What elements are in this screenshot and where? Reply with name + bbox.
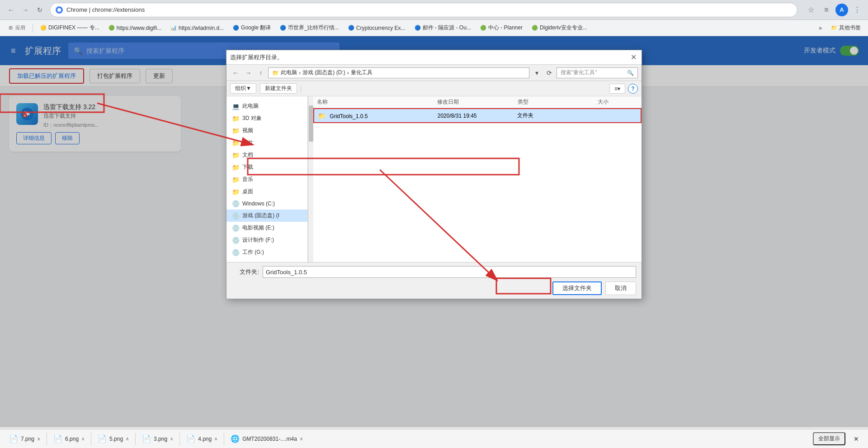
forward-button[interactable]: → xyxy=(19,4,32,16)
bookmark-outlook[interactable]: 🔵 邮件 - 隔应源 - Ou... xyxy=(411,23,475,33)
bookmark-coin-world[interactable]: 🔵 币世界_比特币行情... xyxy=(276,23,343,33)
bookmarks-bar: ⊞ 应用 🟡 DIGIFINEX —— 专... 🟢 https://www.d… xyxy=(0,20,868,36)
taskbar-file-icon-6: 🌐 xyxy=(231,434,240,443)
sidebar-item-3d[interactable]: 📁 3D 对象 xyxy=(226,112,307,124)
bookmark-label-4: Google 翻译 xyxy=(241,24,271,32)
bookmark-planner[interactable]: 🟢 中心 - Planner xyxy=(476,23,526,33)
bookmark-button[interactable]: ☆ xyxy=(805,4,817,16)
back-button[interactable]: ← xyxy=(5,4,17,16)
dialog-titlebar: 选择扩展程序目录。 ✕ xyxy=(226,50,642,65)
sidebar-item-design-f[interactable]: 💿 设计制作 (F:) xyxy=(226,234,307,246)
sidebar-item-downloads[interactable]: 📁 下载 xyxy=(226,161,307,173)
dialog-main: 💻 此电脑 📁 3D 对象 📁 视频 📁 图片 xyxy=(226,96,642,262)
col-header-size[interactable]: 大小 xyxy=(598,98,638,106)
breadcrumb-part1: 此电脑 xyxy=(281,69,297,76)
bookmark-wladmin[interactable]: 📊 https://wladmin.d... xyxy=(167,24,227,33)
taskbar-sep-2 xyxy=(91,433,91,445)
taskbar-item-3png[interactable]: 📄 3.png ∧ xyxy=(137,433,179,445)
file-dialog: 选择扩展程序目录。 ✕ ← → ↑ 📁 此电脑 › 游戏 (固态盘) (D:) … xyxy=(226,50,642,299)
file-list-header: 名称 修改日期 类型 大小 xyxy=(313,96,642,108)
bookmark-label-7: 邮件 - 隔应源 - Ou... xyxy=(423,24,471,32)
sidebar-item-documents[interactable]: 📁 文档 xyxy=(226,149,307,161)
other-bookmarks[interactable]: 📁 其他书签 xyxy=(827,23,864,33)
show-all-button[interactable]: 全部显示 xyxy=(813,432,845,445)
taskbar-right: 全部显示 ✕ xyxy=(813,432,864,445)
new-folder-button[interactable]: 新建文件夹 xyxy=(260,83,297,94)
breadcrumb-part3: 量化工具 xyxy=(351,69,373,76)
more-label: » xyxy=(819,25,822,31)
bookmark-digifinex[interactable]: 🟡 DIGIFINEX —— 专... xyxy=(37,23,103,33)
dialog-dropdown-button[interactable]: ▾ xyxy=(531,67,542,78)
bookmark-icon-1: 🟡 xyxy=(40,25,47,31)
filename-input[interactable] xyxy=(263,266,636,278)
taskbar-chevron-6: ∧ xyxy=(300,436,303,441)
sidebar-item-pictures[interactable]: 📁 图片 xyxy=(226,137,307,149)
taskbar-chevron-3: ∧ xyxy=(126,436,129,441)
taskbar-chevron-2: ∧ xyxy=(81,436,85,441)
bookmark-label-2: https://www.digifi... xyxy=(117,25,161,31)
dialog-confirm-button[interactable]: 选择文件夹 xyxy=(552,281,602,295)
taskbar-item-5png[interactable]: 📄 5.png ∧ xyxy=(92,433,134,445)
taskbar-item-6png[interactable]: 📄 6.png ∧ xyxy=(48,433,90,445)
bookmark-google-translate[interactable]: 🔵 Google 翻译 xyxy=(229,23,274,33)
disk-icon-c: 💿 xyxy=(232,200,240,207)
bookmark-label-5: 币世界_比特币行情... xyxy=(288,24,339,32)
sidebar-scrollbar[interactable] xyxy=(308,96,313,262)
taskbar-sep-4 xyxy=(179,433,180,445)
sidebar-item-work-g[interactable]: 💿 工作 (G:) xyxy=(226,246,307,258)
dialog-back-button[interactable]: ← xyxy=(230,67,241,78)
col-header-date[interactable]: 修改日期 xyxy=(437,98,518,106)
sidebar-item-desktop[interactable]: 📁 桌面 xyxy=(226,186,307,198)
organize-button[interactable]: 组织▼ xyxy=(230,83,256,94)
col-header-type[interactable]: 类型 xyxy=(518,98,598,106)
col-header-name[interactable]: 名称 xyxy=(317,98,437,106)
dialog-breadcrumb[interactable]: 📁 此电脑 › 游戏 (固态盘) (D:) › 量化工具 xyxy=(268,67,529,78)
folder-icon-downloads: 📁 xyxy=(232,164,240,171)
view-options-button[interactable]: ≡▾ xyxy=(609,84,625,94)
sidebar-label-documents: 文档 xyxy=(242,151,253,159)
apps-bookmarks-item[interactable]: ⊞ 应用 xyxy=(4,23,29,33)
sidebar-item-pc[interactable]: 💻 此电脑 xyxy=(226,100,307,112)
sidebar-item-music[interactable]: 📁 音乐 xyxy=(226,173,307,186)
dialog-forward-button[interactable]: → xyxy=(243,67,254,78)
menu-button[interactable]: ⋮ xyxy=(851,4,863,16)
folder-icon-pictures: 📁 xyxy=(232,139,240,147)
bookmark-digideriv[interactable]: 🟢 Digideriv安全专业... xyxy=(528,23,591,33)
dialog-close-button[interactable]: ✕ xyxy=(629,53,638,62)
dialog-cancel-button[interactable]: 取消 xyxy=(605,281,636,295)
taskbar-label-2: 6.png xyxy=(65,436,79,442)
taskbar-close-button[interactable]: ✕ xyxy=(848,434,864,444)
bookmark-digifi[interactable]: 🟢 https://www.digifi... xyxy=(105,24,165,33)
sidebar-item-windows-c[interactable]: 💿 Windows (C:) xyxy=(226,198,307,210)
breadcrumb-part2: 游戏 (固态盘) (D:) xyxy=(302,69,345,76)
taskbar-item-m4a[interactable]: 🌐 GMT20200831-....m4a ∧ xyxy=(225,433,308,445)
help-button[interactable]: ? xyxy=(628,84,638,94)
address-bar[interactable]: Chrome | chrome://extensions xyxy=(50,3,797,17)
dialog-sidebar: 💻 此电脑 📁 3D 对象 📁 视频 📁 图片 xyxy=(226,96,308,262)
taskbar-file-icon-2: 📄 xyxy=(53,434,62,443)
avatar[interactable]: A xyxy=(835,4,848,16)
disk-icon-f: 💿 xyxy=(232,237,240,244)
dialog-refresh-button[interactable]: ⟳ xyxy=(544,67,555,78)
pc-icon: 💻 xyxy=(232,103,240,110)
sidebar-label-e: 电影视频 (E:) xyxy=(242,224,274,232)
bookmarks-more-button[interactable]: » xyxy=(815,24,826,33)
extensions-page: ≡ 扩展程序 🔍 开发者模式 加载已解压的扩展程序 打包扩展程序 更新 xyxy=(0,36,868,427)
scrollbar-thumb xyxy=(309,105,313,142)
taskbar-item-7png[interactable]: 📄 7.png ∧ xyxy=(4,433,46,445)
dialog-search-bar[interactable]: 搜索"量化工具" 🔍 xyxy=(557,67,638,78)
bookmark-cryptocurrency[interactable]: 🔵 Cryptocurrency Ex... xyxy=(344,24,409,33)
profile-button[interactable]: ≡ xyxy=(820,4,833,16)
sidebar-item-games-d[interactable]: 💿 游戏 (固态盘) (I xyxy=(226,210,307,222)
taskbar-sep-5 xyxy=(224,433,224,445)
dialog-up-button[interactable]: ↑ xyxy=(255,67,266,78)
sidebar-item-movies-e[interactable]: 💿 电影视频 (E:) xyxy=(226,222,307,234)
taskbar-file-icon-4: 📄 xyxy=(142,434,151,443)
disk-icon-e: 💿 xyxy=(232,224,240,232)
file-row-gridtools[interactable]: 📁 GridTools_1.0.5 2020/8/31 19:45 文件夹 xyxy=(313,108,642,123)
taskbar-item-4png[interactable]: 📄 4.png ∧ xyxy=(181,433,223,445)
sidebar-label-video: 视频 xyxy=(242,127,253,134)
reload-button[interactable]: ↻ xyxy=(33,4,46,16)
dialog-nav: ← → ↑ 📁 此电脑 › 游戏 (固态盘) (D:) › 量化工具 ▾ ⟳ 搜… xyxy=(226,65,642,81)
sidebar-item-video[interactable]: 📁 视频 xyxy=(226,124,307,137)
